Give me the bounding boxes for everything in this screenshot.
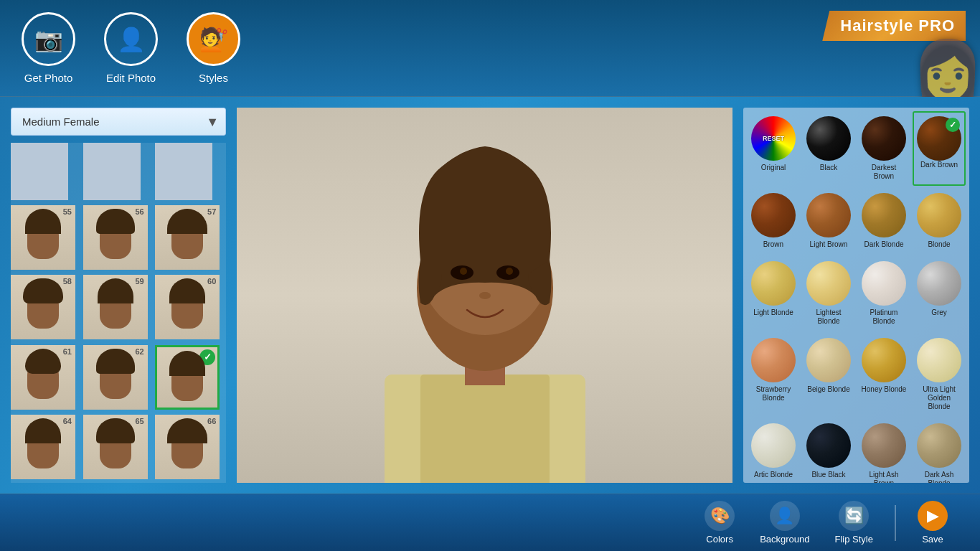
list-item[interactable] xyxy=(155,143,212,200)
background-icon: 👤 xyxy=(770,501,800,531)
colors-button[interactable]: 🎨 Colors xyxy=(694,495,745,550)
color-label-strawberry-blonde: Strawberry Blonde xyxy=(750,385,796,402)
color-swatch-blonde xyxy=(917,193,961,237)
list-item[interactable]: 56 xyxy=(83,205,148,270)
main-content: Medium Female Short Female Long Female S… xyxy=(0,97,980,494)
flip-style-icon: 🔄 xyxy=(839,501,869,531)
styles-label: Styles xyxy=(199,72,228,84)
nav-items: 📷 Get Photo 👤 Edit Photo 💇 Styles xyxy=(22,12,240,84)
style-category-dropdown[interactable]: Medium Female Short Female Long Female S… xyxy=(11,108,226,136)
color-item-grey[interactable]: Grey xyxy=(913,256,966,331)
color-item-brown[interactable]: Brown xyxy=(747,188,800,254)
list-item[interactable]: 57 xyxy=(155,205,220,270)
color-item-ultra-light[interactable]: Ultra Light Golden Blonde xyxy=(913,333,966,416)
list-item[interactable]: 59 xyxy=(83,275,148,339)
nav-edit-photo[interactable]: 👤 Edit Photo xyxy=(104,12,158,84)
list-item[interactable]: 64 xyxy=(11,415,75,479)
color-item-lightest-blonde[interactable]: Lightest Blonde xyxy=(802,256,855,331)
list-item[interactable]: 66 xyxy=(155,415,220,479)
color-swatch-light-brown xyxy=(806,193,851,237)
svg-point-9 xyxy=(479,292,491,299)
colors-grid: RESET Original Black Darkest Brown ✓ xyxy=(747,111,966,483)
edit-photo-icon: 👤 xyxy=(104,12,158,66)
color-swatch-light-ash-brown xyxy=(862,423,906,468)
photo-container xyxy=(237,108,732,483)
color-item-blue-black[interactable]: Blue Black xyxy=(802,418,855,483)
color-selected-check-icon: ✓ xyxy=(946,118,960,132)
color-label-light-blonde: Light Blonde xyxy=(753,309,793,317)
color-label-ultra-light: Ultra Light Golden Blonde xyxy=(916,385,962,411)
color-swatch-black xyxy=(806,116,851,161)
save-label: Save xyxy=(922,534,943,545)
background-button[interactable]: 👤 Background xyxy=(749,495,820,550)
list-item[interactable] xyxy=(11,143,68,200)
colors-icon: 🎨 xyxy=(705,501,735,531)
color-swatch-brown xyxy=(751,193,796,237)
get-photo-icon: 📷 xyxy=(22,12,75,66)
color-item-darkest-brown[interactable]: Darkest Brown xyxy=(857,111,910,186)
color-item-dark-blonde[interactable]: Dark Blonde xyxy=(857,188,910,254)
color-label-blonde: Blonde xyxy=(928,240,950,249)
styles-icon: 💇 xyxy=(187,12,240,66)
color-item-light-brown[interactable]: Light Brown xyxy=(802,188,855,254)
list-item[interactable]: 60 xyxy=(155,275,220,339)
color-label-light-ash-brown: Light Ash Brown xyxy=(861,471,907,483)
save-button[interactable]: ▶ Save xyxy=(907,495,958,550)
color-label-dark-ash-blonde: Dark Ash Blonde xyxy=(916,471,962,483)
color-swatch-dark-blonde xyxy=(862,193,906,237)
list-item[interactable]: 58 xyxy=(11,275,75,339)
color-label-artic-blonde: Artic Blonde xyxy=(754,471,793,479)
color-item-dark-brown[interactable]: ✓ Dark Brown xyxy=(913,111,966,186)
svg-point-7 xyxy=(460,268,467,275)
color-item-light-ash-brown[interactable]: Light Ash Brown xyxy=(857,418,910,483)
color-swatch-lightest-blonde xyxy=(806,261,851,306)
color-label-dark-blonde: Dark Blonde xyxy=(864,240,903,249)
color-swatch-dark-brown-wrapper: ✓ xyxy=(917,116,961,161)
photo-preview-panel xyxy=(237,108,732,483)
color-label-original: Original xyxy=(761,164,786,172)
flip-style-label: Flip Style xyxy=(835,534,873,545)
color-swatch-original: RESET xyxy=(751,116,796,161)
color-item-black[interactable]: Black xyxy=(802,111,855,186)
list-item[interactable]: 61 xyxy=(11,345,75,410)
footer: 🎨 Colors 👤 Background 🔄 Flip Style ▶ Sav… xyxy=(0,494,980,551)
color-swatch-blue-black xyxy=(806,423,851,468)
person-preview-svg xyxy=(349,108,621,483)
color-label-black: Black xyxy=(820,164,837,172)
color-label-brown: Brown xyxy=(763,240,783,249)
svg-point-8 xyxy=(506,268,513,275)
styles-grid: 55 56 57 58 59 60 xyxy=(11,143,226,483)
color-item-artic-blonde[interactable]: Artic Blonde xyxy=(747,418,800,483)
color-item-strawberry-blonde[interactable]: Strawberry Blonde xyxy=(747,333,800,416)
svg-rect-1 xyxy=(420,375,550,484)
color-label-platinum-blonde: Platinum Blonde xyxy=(861,309,907,326)
color-swatch-darkest-brown xyxy=(862,116,906,161)
color-item-honey-blonde[interactable]: Honey Blonde xyxy=(857,333,910,416)
color-item-platinum-blonde[interactable]: Platinum Blonde xyxy=(857,256,910,331)
color-label-lightest-blonde: Lightest Blonde xyxy=(806,309,852,326)
color-swatch-platinum-blonde xyxy=(862,261,906,306)
edit-photo-label: Edit Photo xyxy=(106,72,156,84)
nav-styles[interactable]: 💇 Styles xyxy=(187,12,240,84)
color-swatch-artic-blonde xyxy=(751,423,796,468)
list-item[interactable]: ✓ xyxy=(155,345,220,410)
color-label-light-brown: Light Brown xyxy=(810,240,848,249)
color-item-dark-ash-blonde[interactable]: Dark Ash Blonde xyxy=(913,418,966,483)
color-item-blonde[interactable]: Blonde xyxy=(913,188,966,254)
list-item[interactable]: 65 xyxy=(83,415,148,479)
color-item-beige-blonde[interactable]: Beige Blonde xyxy=(802,333,855,416)
color-swatch-dark-ash-blonde xyxy=(917,423,961,468)
list-item[interactable]: 62 xyxy=(83,345,148,410)
footer-divider xyxy=(895,505,896,541)
color-item-light-blonde[interactable]: Light Blonde xyxy=(747,256,800,331)
list-item[interactable]: 55 xyxy=(11,205,75,270)
nav-get-photo[interactable]: 📷 Get Photo xyxy=(22,12,75,84)
color-swatch-strawberry-blonde xyxy=(751,338,796,382)
flip-style-button[interactable]: 🔄 Flip Style xyxy=(824,495,884,550)
list-item[interactable] xyxy=(83,143,141,200)
color-item-original[interactable]: RESET Original xyxy=(747,111,800,186)
save-icon: ▶ xyxy=(918,501,948,531)
background-label: Background xyxy=(760,534,809,545)
colors-label: Colors xyxy=(706,534,733,545)
color-label-beige-blonde: Beige Blonde xyxy=(807,385,850,394)
